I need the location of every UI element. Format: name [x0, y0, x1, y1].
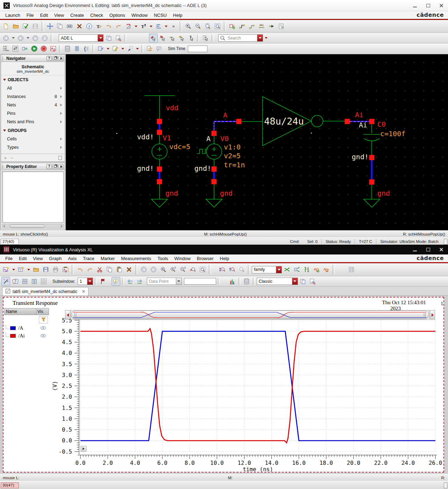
- analyses-button[interactable]: ACDCTrans: [1, 44, 10, 53]
- create-note-button[interactable]: T: [94, 22, 104, 31]
- viva-titlebar[interactable]: Virtuoso (R) Visualization & Analysis XL: [0, 245, 448, 254]
- new-window-button[interactable]: [1, 265, 10, 274]
- probe-setup-button[interactable]: [126, 44, 134, 53]
- close-panel-icon[interactable]: [58, 164, 64, 169]
- schematic-canvas[interactable]: vdd vdd! V1 vdc=5 gnd! gnd A A V0 v1:0 v…: [66, 54, 448, 230]
- previous-point-button[interactable]: [126, 277, 135, 286]
- add-trace-button[interactable]: [312, 265, 321, 274]
- navigator-header[interactable]: Navigator ?: [1, 55, 65, 62]
- chevron-right-icon[interactable]: [60, 138, 62, 140]
- menu-item[interactable]: Options: [106, 12, 128, 19]
- zoom-full-button[interactable]: [188, 265, 197, 274]
- histogram-button[interactable]: [228, 277, 237, 286]
- close-icon[interactable]: [435, 245, 448, 254]
- overview-scroll-right[interactable]: [430, 310, 435, 320]
- scrollbar-thumb[interactable]: [10, 225, 45, 228]
- scroll-right-icon[interactable]: [61, 225, 63, 228]
- maximize-icon[interactable]: [421, 245, 435, 254]
- zoom-in-button[interactable]: [184, 22, 193, 31]
- zoom-in-x2-button[interactable]: 2: [169, 265, 178, 274]
- menu-item[interactable]: Edit: [16, 255, 30, 262]
- go-forward-button[interactable]: [16, 34, 25, 42]
- new-subwindow-dropdown[interactable]: [26, 265, 31, 274]
- navigator-item-nets-and-pins[interactable]: Nets and Pins: [1, 118, 65, 126]
- horizontal-layout-button[interactable]: [20, 277, 29, 286]
- delete-button[interactable]: [125, 265, 134, 274]
- netlist-and-run-button[interactable]: [20, 44, 29, 53]
- add-wire-name-button[interactable]: abc: [257, 22, 266, 31]
- check-and-save-button[interactable]: [21, 22, 30, 31]
- simulation-files-dropdown[interactable]: [106, 44, 110, 53]
- overview-scroll-left[interactable]: [65, 310, 70, 320]
- whats-new-button[interactable]: [1, 277, 10, 286]
- go-up-button[interactable]: [31, 34, 40, 42]
- menu-item[interactable]: Measurements: [118, 255, 154, 262]
- schematic-pins[interactable]: [157, 119, 375, 185]
- menu-item[interactable]: Browser: [194, 255, 217, 262]
- trace-color-swatch[interactable]: [10, 326, 16, 330]
- zoom-out-button[interactable]: [193, 22, 202, 31]
- create-marker-button[interactable]: [99, 277, 107, 286]
- menu-item[interactable]: Axis: [65, 255, 80, 262]
- plot-results-button[interactable]: [49, 44, 57, 53]
- point-value-input[interactable]: [184, 278, 216, 285]
- help-icon[interactable]: ?: [47, 164, 52, 169]
- thumb-grip-icon[interactable]: [424, 313, 426, 317]
- go-to-top-button[interactable]: [40, 34, 49, 42]
- chevron-down-icon[interactable]: [292, 278, 298, 285]
- redo-button[interactable]: [85, 265, 94, 274]
- chevron-right-icon[interactable]: [60, 120, 62, 123]
- pane-toggle-icon[interactable]: [58, 156, 62, 160]
- menu-item[interactable]: Window: [171, 255, 194, 262]
- help-icon[interactable]: ?: [47, 56, 52, 61]
- navigator-objects-section[interactable]: OBJECTS: [1, 75, 65, 84]
- chevron-down-icon[interactable]: [98, 35, 103, 41]
- cut-button[interactable]: [95, 265, 104, 274]
- minimize-icon[interactable]: [408, 0, 421, 11]
- new-window-dropdown[interactable]: [11, 265, 16, 274]
- object-props-button[interactable]: [277, 22, 286, 31]
- visibility-eye-icon[interactable]: [37, 334, 49, 337]
- thumb-grip-icon[interactable]: [74, 313, 76, 317]
- float-panel-icon[interactable]: [52, 164, 58, 169]
- grid-layout-button[interactable]: [39, 277, 48, 286]
- tab-schematic-results[interactable]: lab5 sim_inverterM4_dc schematic: [2, 287, 88, 295]
- hide-trace-button[interactable]: [308, 277, 317, 286]
- family-select[interactable]: family: [252, 266, 282, 273]
- descend-button[interactable]: [104, 34, 113, 42]
- zoom-select-button[interactable]: [237, 265, 246, 274]
- navigator-groups-section[interactable]: GROUPS: [1, 126, 65, 135]
- new-cellview-button[interactable]: [1, 22, 10, 31]
- menu-item[interactable]: Create: [67, 12, 87, 19]
- minimize-icon[interactable]: [408, 245, 421, 254]
- property-editor-header[interactable]: Property Editor ?: [1, 163, 65, 170]
- workspace-select[interactable]: ADE L: [59, 34, 104, 42]
- search-select[interactable]: Search: [218, 34, 263, 42]
- properties-button[interactable]: i: [85, 22, 94, 31]
- add-wire-button[interactable]: [237, 22, 247, 31]
- legend-row-a[interactable]: /A: [4, 324, 49, 332]
- reload-data-button[interactable]: [145, 44, 154, 53]
- rotate-dropdown[interactable]: [134, 22, 138, 30]
- selection-pin-button[interactable]: [158, 34, 167, 42]
- show-labels-button[interactable]: i: [112, 277, 120, 286]
- subwindow-select[interactable]: 1: [78, 278, 93, 285]
- vertical-layout-button[interactable]: [30, 277, 38, 286]
- close-icon[interactable]: [435, 0, 448, 11]
- trace-Ai[interactable]: [80, 329, 435, 443]
- trace-name[interactable]: /A: [18, 325, 37, 331]
- chevron-down-icon[interactable]: [257, 35, 263, 41]
- next-view-button[interactable]: [149, 265, 158, 274]
- menu-item[interactable]: Edit: [37, 12, 51, 19]
- legend-row-ai[interactable]: /Ai: [4, 332, 49, 340]
- descend-read-button[interactable]: [114, 34, 122, 42]
- stretch-button[interactable]: [65, 22, 74, 31]
- menu-item[interactable]: NCSU: [151, 12, 170, 19]
- calculator-button[interactable]: [63, 44, 72, 53]
- menu-item[interactable]: Graph: [46, 255, 65, 262]
- open-button[interactable]: [31, 265, 41, 274]
- zoom-y-button[interactable]: [227, 265, 236, 274]
- fit-view-button[interactable]: [198, 265, 207, 274]
- stop-simulation-button[interactable]: [39, 44, 48, 53]
- save-button[interactable]: [41, 265, 50, 274]
